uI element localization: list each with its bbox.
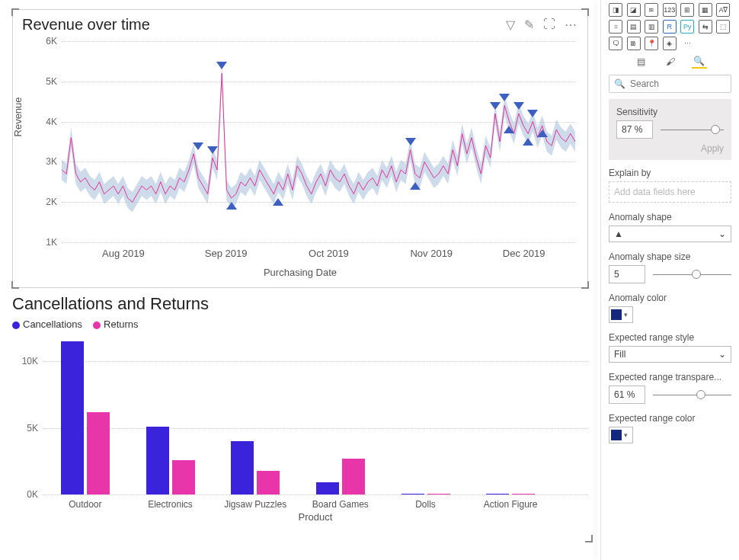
filter-icon[interactable]: ▽ [506, 18, 515, 32]
sensitivity-label: Sensitivity [616, 107, 724, 117]
analytics-tab-icon[interactable]: 🔍 [692, 55, 707, 69]
viz-type-icon[interactable]: ⊞ [680, 3, 694, 17]
anomaly-shape-size-input[interactable]: 5 [609, 265, 645, 283]
range-color-picker[interactable]: ▾ [609, 427, 633, 443]
viz-type-icon[interactable]: ◨ [609, 3, 622, 17]
spotlight-icon[interactable]: ✎ [524, 18, 534, 32]
x-axis-label: Purchasing Date [22, 267, 578, 278]
chevron-down-icon: ⌄ [718, 229, 726, 239]
range-transparency-input[interactable]: 61 % [609, 386, 645, 404]
format-tab-icon[interactable]: 🖌 [663, 55, 678, 69]
chart-title-2: Cancellations and Returns [12, 294, 588, 314]
line-plot-area: 1K2K3K4K5K6KAug 2019Sep 2019Oct 2019Nov … [62, 41, 575, 242]
legend: CancellationsReturns [12, 318, 588, 330]
more-options-icon[interactable]: ⋯ [565, 18, 577, 32]
viz-type-icon[interactable]: ▥ [645, 20, 658, 34]
anomaly-color-label: Anomaly color [609, 293, 731, 303]
x-axis-label-2: Product [43, 511, 588, 523]
viz-type-icon[interactable]: ≋ [645, 3, 658, 17]
y-axis-label: Revenue [12, 97, 24, 136]
viz-type-icon[interactable]: R [663, 20, 677, 34]
explain-by-field-well[interactable]: Add data fields here [609, 181, 731, 203]
range-color-label: Expected range color [609, 413, 731, 424]
anomaly-shape-size-label: Anomaly shape size [609, 251, 731, 262]
viz-type-icon[interactable]: ▦ [699, 3, 712, 17]
sensitivity-slider[interactable] [661, 125, 724, 134]
anomaly-shape-size-slider[interactable] [653, 270, 731, 279]
get-more-visuals-icon[interactable]: ⋯ [680, 37, 694, 50]
viz-type-icon[interactable]: Py [680, 20, 694, 34]
viz-type-icon[interactable]: ⇆ [699, 20, 712, 34]
viz-type-icon[interactable]: ⬚ [716, 20, 730, 34]
chevron-down-icon: ⌄ [718, 349, 726, 360]
explain-by-label: Explain by [609, 168, 731, 178]
anomaly-shape-label: Anomaly shape [609, 212, 731, 222]
format-panel: ◨ ◪ ≋ 123 ⊞ ▦ Aᐁ ⌗ ▤ ▥ R Py ⇆ ⬚ 🗨 🗎 📍 ◈ … [600, 0, 739, 560]
apply-button[interactable]: Apply [616, 143, 724, 154]
viz-type-icon[interactable]: ▤ [627, 20, 641, 34]
focus-mode-icon[interactable]: ⛶ [543, 18, 555, 32]
range-style-dropdown[interactable]: Fill⌄ [609, 346, 731, 363]
range-style-label: Expected range style [609, 332, 731, 343]
anomaly-color-picker[interactable]: ▾ [609, 306, 633, 323]
range-transparency-label: Expected range transpare... [609, 372, 731, 382]
search-input[interactable] [630, 78, 726, 89]
viz-type-icon[interactable]: Aᐁ [716, 3, 730, 17]
viz-type-icon[interactable]: 🗎 [627, 37, 641, 50]
search-icon: 🔍 [614, 78, 625, 89]
chart-title: Revenue over time [22, 16, 578, 34]
bar-plot-area: 0K5K10KOutdoorElectronicsJigsaw PuzzlesB… [43, 334, 588, 494]
revenue-line-chart[interactable]: Revenue over time ▽ ✎ ⛶ ⋯ Revenue 1K2K3K… [12, 9, 588, 288]
cancellations-bar-chart[interactable]: Cancellations and Returns CancellationsR… [12, 294, 588, 523]
viz-type-icon[interactable]: 🗨 [609, 37, 622, 50]
viz-type-icon[interactable]: ◪ [627, 3, 641, 17]
fields-tab-icon[interactable]: ▤ [634, 55, 649, 69]
viz-type-icon[interactable]: 123 [663, 3, 677, 17]
viz-type-icon[interactable]: ⌗ [609, 20, 622, 34]
viz-type-icon[interactable]: 📍 [645, 37, 658, 50]
viz-type-icon[interactable]: ◈ [663, 37, 677, 50]
search-box[interactable]: 🔍 [609, 75, 731, 93]
viz-gallery: ◨ ◪ ≋ 123 ⊞ ▦ Aᐁ ⌗ ▤ ▥ R Py ⇆ ⬚ 🗨 🗎 📍 ◈ … [609, 3, 731, 50]
anomaly-shape-dropdown[interactable]: ▲⌄ [609, 226, 731, 242]
range-transparency-slider[interactable] [653, 390, 731, 399]
sensitivity-input[interactable]: 87 % [616, 120, 653, 139]
